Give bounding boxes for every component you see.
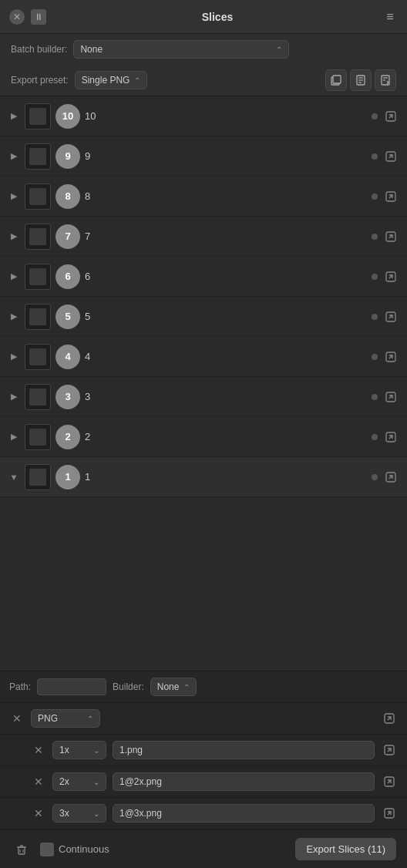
slice-export-icon[interactable] (382, 389, 399, 405)
slice-export-icon[interactable] (382, 148, 399, 165)
scale-row-2x: ✕ 2x ⌄ (0, 766, 407, 798)
continuous-label: Continuous (59, 843, 109, 855)
scale-value-3x: 3x (59, 808, 69, 819)
preset-icon-paste-button[interactable] (350, 69, 372, 91)
slice-name: 3 (85, 391, 367, 402)
slice-name: 1 (85, 471, 367, 483)
builder-select[interactable]: None ⌃ (150, 678, 197, 696)
format-remove-button[interactable]: ✕ (9, 711, 25, 726)
slice-row[interactable]: ▶ 8 8 (0, 177, 407, 217)
export-preset-row: Export preset: Single PNG ⌃ (0, 65, 407, 96)
slice-badge: 8 (56, 184, 80, 209)
scale-arrow-1x: ⌄ (93, 746, 99, 755)
scale-export-icon-2x[interactable] (381, 773, 398, 790)
panel-title: Slices (52, 11, 382, 23)
slice-visibility-dot[interactable] (372, 354, 378, 360)
trash-button[interactable] (11, 839, 32, 860)
chevron-right-icon: ▶ (8, 311, 20, 321)
slice-name: 5 (85, 311, 367, 322)
slice-visibility-dot[interactable] (372, 153, 378, 160)
minimize-button[interactable]: ⏸ (31, 9, 46, 25)
chevron-right-icon: ▶ (8, 231, 20, 241)
slice-visibility-dot[interactable] (372, 113, 378, 119)
slice-thumbnail (25, 264, 51, 290)
slice-visibility-dot[interactable] (372, 434, 378, 440)
preset-icon-copy-button[interactable] (325, 69, 347, 91)
slice-thumbnail (25, 304, 51, 330)
export-slices-button[interactable]: Export Slices (11) (295, 838, 396, 860)
slice-badge: 4 (56, 345, 80, 369)
slice-name: 7 (85, 230, 367, 242)
slice-visibility-dot[interactable] (372, 193, 378, 200)
format-arrow: ⌃ (87, 715, 93, 723)
preset-icon-export-button[interactable] (375, 69, 396, 91)
chevron-right-icon: ▶ (8, 271, 20, 281)
slice-visibility-dot[interactable] (372, 314, 378, 320)
scale-remove-3x-button[interactable]: ✕ (31, 806, 46, 821)
slice-visibility-dot[interactable] (372, 274, 378, 280)
slice-row[interactable]: ▶ 6 6 (0, 257, 407, 297)
scale-select-3x[interactable]: 3x ⌄ (52, 804, 106, 823)
scale-export-icon-1x[interactable] (381, 742, 398, 759)
slice-export-icon[interactable] (382, 188, 399, 205)
svg-rect-37 (18, 847, 25, 854)
slice-row[interactable]: ▶ 10 10 (0, 96, 407, 136)
slice-visibility-dot[interactable] (372, 394, 378, 400)
batch-builder-select[interactable]: None ⌃ (73, 40, 289, 59)
filename-input-3x[interactable] (113, 804, 375, 823)
slice-export-icon[interactable] (382, 108, 399, 125)
slice-thumbnail (25, 344, 51, 370)
slice-export-icon[interactable] (382, 268, 399, 285)
export-preset-value: Single PNG (82, 75, 130, 86)
slice-export-icon[interactable] (382, 429, 399, 446)
chevron-right-icon: ▶ (8, 392, 20, 402)
chevron-down-icon: ▼ (8, 473, 20, 482)
format-export-icon[interactable] (381, 710, 398, 727)
panel-header: ✕ ⏸ Slices ≡ (0, 0, 407, 34)
chevron-right-icon: ▶ (8, 111, 20, 121)
scale-remove-2x-button[interactable]: ✕ (31, 774, 46, 789)
slice-visibility-dot[interactable] (372, 474, 378, 480)
continuous-checkbox[interactable] (40, 843, 54, 856)
batch-builder-value: None (80, 44, 103, 55)
slice-row-active[interactable]: ▼ 1 1 (0, 457, 407, 497)
chevron-right-icon: ▶ (8, 151, 20, 161)
menu-button[interactable]: ≡ (382, 9, 398, 25)
slice-row[interactable]: ▶ 5 5 (0, 297, 407, 337)
slice-thumbnail (25, 183, 51, 210)
slice-row[interactable]: ▶ 4 4 (0, 337, 407, 377)
builder-arrow: ⌃ (183, 683, 190, 691)
slice-export-icon[interactable] (382, 469, 399, 486)
scale-select-1x[interactable]: 1x ⌄ (52, 741, 106, 759)
scale-arrow-3x: ⌄ (93, 809, 99, 818)
slice-badge: 2 (56, 425, 80, 449)
continuous-toggle[interactable]: Continuous (40, 843, 288, 856)
slice-export-icon[interactable] (382, 308, 399, 325)
slice-row[interactable]: ▶ 3 3 (0, 377, 407, 417)
scale-export-icon-3x[interactable] (381, 805, 398, 822)
slice-name: 6 (85, 271, 367, 282)
menu-icon: ≡ (386, 10, 393, 24)
close-button[interactable]: ✕ (9, 9, 25, 25)
builder-label: Builder: (113, 681, 144, 692)
export-preset-arrow: ⌃ (134, 76, 140, 85)
slice-row[interactable]: ▶ 2 2 (0, 417, 407, 457)
scale-remove-1x-button[interactable]: ✕ (31, 742, 46, 758)
slice-badge: 6 (56, 264, 80, 289)
filename-input-1x[interactable] (113, 741, 375, 759)
scale-row-3x: ✕ 3x ⌄ (0, 798, 407, 829)
export-preset-select[interactable]: Single PNG ⌃ (75, 71, 148, 89)
slice-thumbnail (25, 464, 51, 490)
slice-name: 8 (85, 190, 367, 202)
slice-row[interactable]: ▶ 9 9 (0, 136, 407, 177)
path-input[interactable] (37, 678, 106, 695)
scale-select-2x[interactable]: 2x ⌄ (52, 772, 106, 791)
filename-input-2x[interactable] (113, 772, 375, 791)
slice-badge: 10 (56, 104, 80, 129)
slice-export-icon[interactable] (382, 348, 399, 365)
slice-export-icon[interactable] (382, 228, 399, 245)
slice-thumbnail (25, 103, 51, 130)
slice-row[interactable]: ▶ 7 7 (0, 217, 407, 257)
slice-visibility-dot[interactable] (372, 234, 378, 240)
format-select[interactable]: PNG ⌃ (31, 709, 100, 728)
